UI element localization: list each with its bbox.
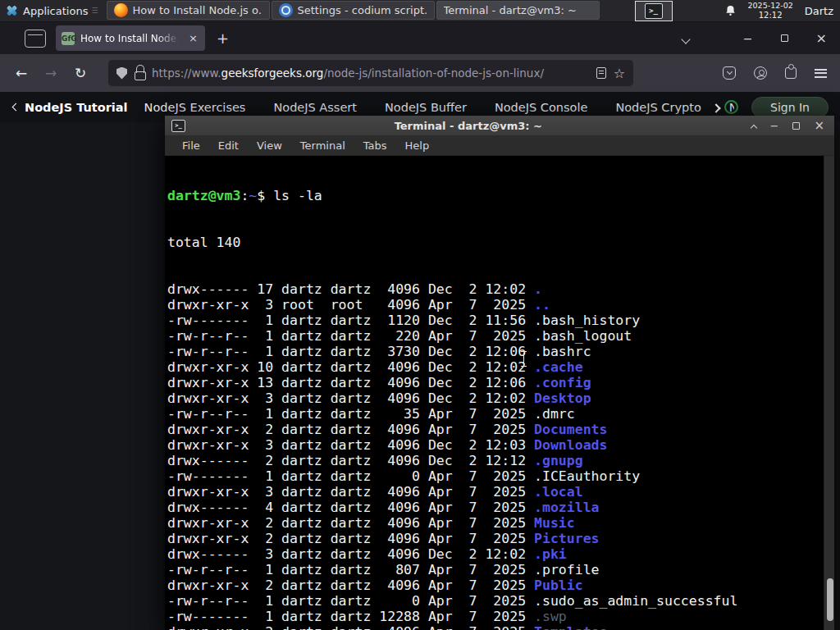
ls-row: drwxr-xr-x 3 dartz dartz 4096 Apr 7 2025…: [167, 484, 737, 500]
extensions-icon[interactable]: [785, 67, 797, 79]
terminal-launcher-icon: >_: [645, 3, 663, 19]
applications-menu-label: Applications: [23, 5, 88, 17]
maximize-button[interactable]: [781, 34, 788, 42]
terminal-window: >_ Terminal - dartz@vm3: ~ − × FileEditV…: [165, 116, 834, 630]
terminal-menu-file[interactable]: File: [173, 139, 209, 152]
taskbar-button-label: Terminal - dartz@vm3: ~: [444, 4, 577, 16]
terminal-menu-help[interactable]: Help: [396, 139, 439, 152]
lock-icon[interactable]: [135, 68, 144, 80]
ls-filename: .pki: [534, 546, 567, 562]
taskbar-button-firefox[interactable]: How to Install Node.js o...: [107, 1, 270, 20]
ls-row: drwxr-xr-x 3 dartz dartz 4096 Dec 2 12:0…: [167, 390, 737, 406]
ls-row: drwx------ 4 dartz dartz 4096 Apr 7 2025…: [167, 500, 737, 515]
applications-menu[interactable]: Applications ☰: [0, 0, 106, 21]
ls-row: -rw------- 1 dartz dartz 0 Apr 7 2025 .I…: [167, 468, 737, 484]
site-nav-links: NodeJS ExercisesNodeJS AssertNodeJS Buff…: [144, 101, 734, 114]
ls-row: -rw-r--r-- 1 dartz dartz 807 Apr 7 2025 …: [167, 562, 737, 578]
navigation-toolbar: ← → ↻ https://www.geeksforgeeks.org/node…: [0, 54, 840, 92]
ls-filename: Music: [534, 515, 575, 531]
browser-tab[interactable]: GfG How to Install Node.js on ×: [56, 25, 205, 51]
ls-filename: .mozilla: [534, 500, 599, 515]
panel-handle: ☰: [91, 7, 98, 15]
clock-date: 2025-12-02: [748, 2, 793, 11]
terminal-maximize-button[interactable]: [792, 122, 800, 130]
ls-filename: Documents: [534, 422, 607, 437]
taskbar-button-label: Settings - codium script...: [298, 4, 427, 16]
pocket-icon[interactable]: [723, 66, 736, 80]
search-icon[interactable]: [724, 100, 738, 114]
ls-row: drwxr-xr-x 2 dartz dartz 4096 Apr 7 2025…: [167, 624, 737, 630]
minimize-button[interactable]: −: [743, 32, 753, 45]
site-favicon: GfG: [62, 32, 75, 45]
firefox-view-icon[interactable]: [25, 30, 46, 48]
ls-row: drwxr-xr-x 3 root root 4096 Apr 7 2025 .…: [167, 297, 737, 313]
system-tray: 2025-12-02 12:12 Dartz: [724, 0, 840, 21]
ls-row: drwxr-xr-x 3 dartz dartz 4096 Dec 2 12:0…: [167, 437, 737, 453]
forward-button[interactable]: →: [38, 61, 64, 85]
terminal-launcher[interactable]: >_: [635, 1, 673, 21]
reload-button[interactable]: ↻: [67, 61, 94, 85]
terminal-close-button[interactable]: ×: [814, 120, 824, 132]
user-menu[interactable]: Dartz: [805, 5, 833, 17]
ls-row: -rw-r--r-- 1 dartz dartz 0 Apr 7 2025 .s…: [167, 593, 737, 609]
site-nav-link[interactable]: NodeJS Console: [495, 101, 588, 114]
distro-logo-icon: [5, 5, 18, 16]
taskbar-button-label: How to Install Node.js o...: [133, 4, 262, 16]
terminal-title-bar[interactable]: >_ Terminal - dartz@vm3: ~ − ×: [165, 116, 834, 135]
list-all-tabs-icon[interactable]: [682, 30, 689, 46]
shade-button[interactable]: [751, 118, 756, 134]
ls-filename: .bash_history: [534, 313, 640, 328]
ls-row: -rw-r--r-- 1 dartz dartz 3730 Dec 2 12:0…: [167, 344, 737, 359]
taskbar-button-terminal[interactable]: >_Terminal - dartz@vm3: ~: [436, 1, 600, 20]
terminal-menu-tabs[interactable]: Tabs: [354, 139, 396, 152]
url-bar[interactable]: https://www.geeksforgeeks.org/node-js/in…: [108, 60, 633, 86]
close-button[interactable]: ×: [816, 32, 827, 45]
panel-clock[interactable]: 2025-12-02 12:12: [748, 2, 793, 20]
ls-row: -rw-r--r-- 1 dartz dartz 35 Apr 7 2025 .…: [167, 406, 737, 422]
ls-filename: .bash_logout: [534, 328, 632, 344]
ls-filename: Public: [534, 578, 583, 593]
terminal-minimize-button[interactable]: −: [770, 121, 779, 131]
reader-mode-icon[interactable]: [596, 67, 606, 79]
site-nav-link[interactable]: NodeJS Crypto: [615, 101, 701, 114]
site-nav-link[interactable]: NodeJS Buffer: [385, 101, 467, 114]
ls-row: drwxr-xr-x 2 dartz dartz 4096 Apr 7 2025…: [167, 531, 737, 546]
terminal-menu-edit[interactable]: Edit: [209, 139, 248, 152]
bookmark-star-icon[interactable]: ☆: [614, 66, 625, 81]
tracking-shield-icon[interactable]: [116, 67, 127, 80]
back-button[interactable]: ←: [8, 61, 34, 85]
terminal-body[interactable]: dartz@vm3:~$ ls -la total 140 drwx------…: [165, 156, 834, 630]
url-text[interactable]: https://www.geeksforgeeks.org/node-js/in…: [152, 66, 589, 80]
taskbar-button-settings[interactable]: Settings - codium script...: [272, 1, 435, 20]
ls-filename: Desktop: [534, 390, 591, 406]
ls-row: drwxr-xr-x 2 dartz dartz 4096 Apr 7 2025…: [167, 515, 737, 531]
ls-filename: .bashrc: [534, 344, 591, 359]
terminal-menu-terminal[interactable]: Terminal: [291, 139, 354, 152]
taskbar: How to Install Node.js o...Settings - co…: [106, 0, 600, 21]
account-icon[interactable]: [754, 66, 767, 80]
ls-row: drwx------ 2 dartz dartz 4096 Dec 2 12:1…: [167, 453, 737, 468]
site-nav-link[interactable]: NodeJS Assert: [273, 101, 357, 114]
ls-row: drwxr-xr-x 2 dartz dartz 4096 Apr 7 2025…: [167, 578, 737, 593]
ls-row: drwxr-xr-x 2 dartz dartz 4096 Apr 7 2025…: [167, 422, 737, 437]
terminal-scrollbar-thumb[interactable]: [827, 578, 833, 621]
terminal-output: dartz@vm3:~$ ls -la total 140 drwx------…: [167, 157, 737, 630]
new-tab-button[interactable]: +: [217, 30, 229, 47]
ls-row: drwx------ 17 dartz dartz 4096 Dec 2 12:…: [167, 281, 737, 297]
window-controls: − ×: [743, 32, 827, 45]
tab-close-icon[interactable]: ×: [187, 32, 199, 44]
clock-time: 12:12: [748, 11, 793, 21]
terminal-icon: >_: [171, 120, 185, 132]
ls-filename: .swp: [534, 609, 567, 624]
nav-back-link[interactable]: NodeJS Tutorial: [13, 101, 128, 114]
sign-in-button[interactable]: Sign In: [751, 97, 829, 118]
ls-filename: .dmrc: [534, 406, 575, 422]
notifications-bell-icon[interactable]: [724, 4, 737, 17]
terminal-menu-view[interactable]: View: [248, 139, 291, 152]
terminal-menu-bar: FileEditViewTerminalTabsHelp: [165, 135, 834, 156]
menu-hamburger-icon[interactable]: [815, 69, 827, 78]
nav-scroll-right[interactable]: [713, 101, 719, 114]
site-nav-link[interactable]: NodeJS Exercises: [144, 101, 246, 114]
ls-row: drwxr-xr-x 13 dartz dartz 4096 Dec 2 12:…: [167, 375, 737, 390]
terminal-scrollbar[interactable]: [824, 156, 834, 630]
